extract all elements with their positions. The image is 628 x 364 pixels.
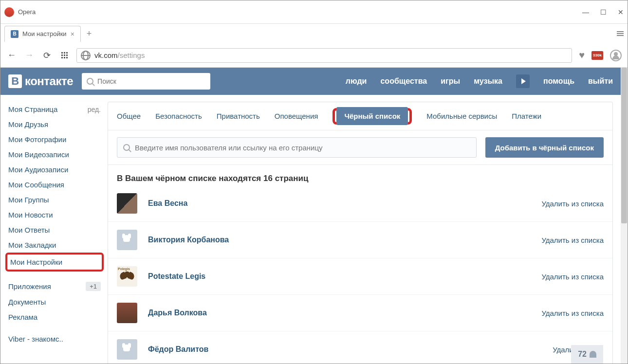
browser-window: Opera — ☐ ✕ B Мои настройки × + ← → ⟳ vk… xyxy=(0,0,628,364)
eagle-icon xyxy=(120,272,134,281)
avatar[interactable] xyxy=(117,230,137,250)
vk-sidebar: Моя Страницаред. Мои Друзья Мои Фотограф… xyxy=(5,102,108,364)
scrollbar[interactable] xyxy=(621,68,628,364)
maximize-button[interactable]: ☐ xyxy=(600,9,606,15)
tab-security[interactable]: Безопасность xyxy=(155,109,202,123)
blacklist-title: В Вашем чёрном списке находятся 16 стран… xyxy=(108,165,612,185)
counter-value: 72 xyxy=(578,350,587,359)
sidebar-item-documents[interactable]: Документы xyxy=(5,294,104,309)
sidebar-item-bookmarks[interactable]: Мои Закладки xyxy=(5,237,104,253)
tab-menu-icon[interactable] xyxy=(617,31,624,36)
browser-tab[interactable]: B Мои настройки × xyxy=(4,26,81,42)
sidebar-item-messages[interactable]: Мои Сообщения xyxy=(5,177,104,192)
sidebar-item-videos[interactable]: Мои Видеозаписи xyxy=(5,147,104,162)
sidebar-item-groups[interactable]: Мои Группы xyxy=(5,192,104,207)
tab-notifications[interactable]: Оповещения xyxy=(275,109,318,123)
remove-from-list-link[interactable]: Удалить из списка xyxy=(541,200,604,208)
placeholder-dog-icon xyxy=(121,345,133,354)
vk-favicon-icon: B xyxy=(11,30,18,38)
placeholder-dog-icon xyxy=(121,235,133,245)
url-text: vk.com/settings xyxy=(94,51,145,59)
sidebar-item-ads[interactable]: Реклама xyxy=(5,309,104,325)
tab-title: Мои настройки xyxy=(22,30,67,37)
sidebar-item-apps[interactable]: Приложения+1 xyxy=(5,278,104,294)
search-icon xyxy=(123,144,130,151)
avatar[interactable]: Polegis xyxy=(117,266,137,287)
nav-logout[interactable]: выйти xyxy=(588,77,613,86)
blacklist-search-input[interactable] xyxy=(135,144,470,152)
tab-bar: B Мои настройки × + xyxy=(0,24,628,43)
profile-icon[interactable] xyxy=(610,50,622,61)
user-name[interactable]: Фёдор Валитов xyxy=(148,345,208,354)
user-name[interactable]: Виктория Корбанова xyxy=(148,236,229,244)
tab-payments[interactable]: Платежи xyxy=(512,109,541,123)
minimize-button[interactable]: — xyxy=(583,9,589,15)
nav-games[interactable]: игры xyxy=(441,77,460,86)
title-bar: Opera — ☐ ✕ xyxy=(0,0,628,24)
user-name[interactable]: Дарья Волкова xyxy=(148,309,207,317)
scrollbar-thumb[interactable] xyxy=(621,68,627,223)
opera-logo-icon xyxy=(4,7,14,17)
tab-mobile[interactable]: Мобильные сервисы xyxy=(426,109,497,123)
vk-logo-icon: В xyxy=(8,74,22,88)
blacklist-row: Дарья Волкова Удалить из списка xyxy=(108,295,612,331)
settings-panel: Общее Безопасность Приватность Оповещени… xyxy=(108,102,613,364)
sidebar-item-audio[interactable]: Мои Аудиозаписи xyxy=(5,162,104,177)
avatar[interactable] xyxy=(117,303,137,323)
sidebar-item-replies[interactable]: Мои Ответы xyxy=(5,222,104,237)
settings-tabs: Общее Безопасность Приватность Оповещени… xyxy=(108,102,612,130)
blacklist-row: Виктория Корбанова Удалить из списка xyxy=(108,222,612,258)
vk-search-input[interactable] xyxy=(97,77,205,85)
tab-close-icon[interactable]: × xyxy=(71,30,74,38)
nav-music[interactable]: музыка xyxy=(474,77,502,86)
online-counter-widget[interactable]: 72 xyxy=(571,345,603,364)
sidebar-item-photos[interactable]: Мои Фотографии xyxy=(5,132,104,147)
tab-blacklist-highlight: Чёрный список xyxy=(332,108,412,125)
address-bar: ← → ⟳ vk.com/settings ♥ 330k xyxy=(0,43,628,68)
nav-communities[interactable]: сообщества xyxy=(380,77,427,86)
avatar[interactable] xyxy=(117,339,137,360)
vk-page: В контакте люди сообщества игры музыка п… xyxy=(0,68,621,364)
tab-blacklist[interactable]: Чёрный список xyxy=(336,107,408,125)
vk-search-box[interactable] xyxy=(82,73,210,90)
avatar[interactable] xyxy=(117,193,137,214)
blacklist-row: Polegis Potestate Legis Удалить из списк… xyxy=(108,258,612,295)
blacklist-search-row: Добавить в чёрный список xyxy=(108,130,612,165)
close-button[interactable]: ✕ xyxy=(618,9,624,15)
blacklist-search-box[interactable] xyxy=(117,137,477,158)
new-tab-button[interactable]: + xyxy=(87,29,92,39)
bookmark-heart-icon[interactable]: ♥ xyxy=(579,50,585,61)
extension-badge[interactable]: 330k xyxy=(591,51,603,60)
speed-dial-button[interactable] xyxy=(59,50,70,61)
remove-from-list-link[interactable]: Удалить из списка xyxy=(541,236,604,244)
vk-logo-text: контакте xyxy=(25,74,73,88)
tab-general[interactable]: Общее xyxy=(117,109,141,123)
globe-icon xyxy=(81,51,91,60)
forward-button[interactable]: → xyxy=(24,50,35,61)
blacklist-row: Ева Весна Удалить из списка xyxy=(108,185,612,222)
url-field[interactable]: vk.com/settings xyxy=(76,48,572,63)
browser-name: Opera xyxy=(18,8,36,16)
nav-help[interactable]: помощь xyxy=(543,77,574,86)
user-name[interactable]: Ева Весна xyxy=(148,199,187,208)
vk-logo[interactable]: В контакте xyxy=(8,74,73,88)
sidebar-item-my-page[interactable]: Моя Страницаред. xyxy=(5,102,104,117)
vk-header: В контакте люди сообщества игры музыка п… xyxy=(0,68,621,95)
window-controls: — ☐ ✕ xyxy=(583,9,624,15)
remove-from-list-link[interactable]: Удалить из списка xyxy=(541,309,604,317)
blacklist-row: Фёдор Валитов Удалить из спи xyxy=(108,331,612,364)
tab-privacy[interactable]: Приватность xyxy=(217,109,260,123)
sidebar-item-friends[interactable]: Мои Друзья xyxy=(5,117,104,132)
sidebar-item-viber[interactable]: Viber - знакомс.. xyxy=(5,331,104,346)
search-icon xyxy=(87,78,93,85)
back-button[interactable]: ← xyxy=(6,50,17,61)
reload-button[interactable]: ⟳ xyxy=(41,50,52,61)
play-button-icon[interactable] xyxy=(516,74,530,88)
sidebar-item-news[interactable]: Мои Новости xyxy=(5,207,104,222)
nav-people[interactable]: люди xyxy=(346,77,367,86)
sidebar-item-settings[interactable]: Мои Настройки xyxy=(5,253,104,272)
vk-top-nav: люди сообщества игры музыка помощь выйти xyxy=(346,74,613,88)
add-to-blacklist-button[interactable]: Добавить в чёрный список xyxy=(485,137,604,158)
user-name[interactable]: Potestate Legis xyxy=(148,272,205,281)
remove-from-list-link[interactable]: Удалить из списка xyxy=(541,273,604,281)
